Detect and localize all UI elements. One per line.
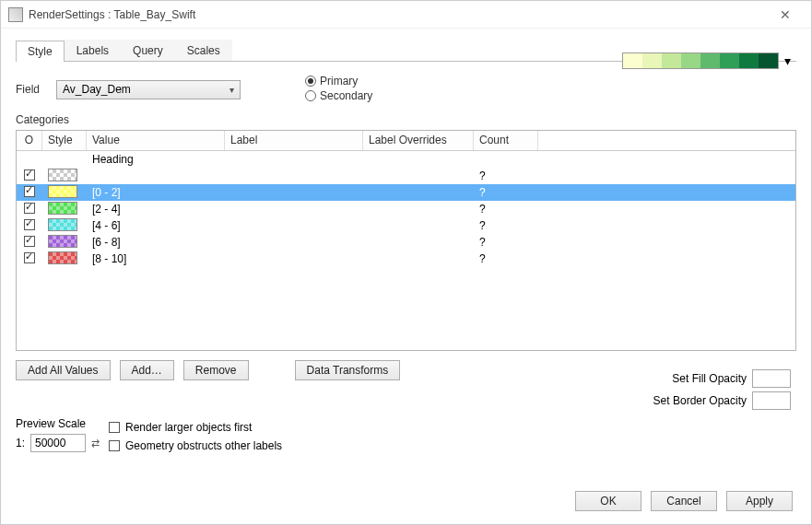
style-swatch[interactable]	[48, 169, 77, 181]
checkbox-icon	[109, 422, 120, 433]
col-value[interactable]: Value	[87, 131, 225, 150]
add-button[interactable]: Add…	[120, 360, 174, 380]
row-value: [8 - 10]	[87, 252, 225, 265]
row-value: [2 - 4]	[87, 203, 225, 216]
data-transforms-button[interactable]: Data Transforms	[295, 360, 401, 380]
secondary-radio[interactable]: Secondary	[305, 89, 372, 102]
app-icon	[8, 7, 23, 22]
row-value: [6 - 8]	[87, 236, 225, 249]
color-ramp-row: ▾	[622, 52, 791, 69]
checkbox-icon	[109, 440, 120, 451]
field-row: Field Av_Day_Dem ▾ Primary Secondary	[16, 75, 796, 104]
preview-scale-label: Preview Scale	[16, 417, 100, 430]
border-opacity-input[interactable]	[752, 391, 791, 410]
cancel-button[interactable]: Cancel	[651, 491, 717, 511]
tab-scales[interactable]: Scales	[175, 40, 232, 61]
row-count: ?	[474, 186, 538, 199]
window-title: RenderSettings : Table_Bay_Swift	[29, 8, 767, 21]
style-swatch[interactable]	[48, 218, 77, 231]
style-swatch[interactable]	[48, 251, 77, 264]
legend-type-radios: Primary Secondary	[305, 75, 372, 104]
ok-button[interactable]: OK	[575, 491, 641, 511]
row-count: ?	[474, 219, 538, 232]
title-bar: RenderSettings : Table_Bay_Swift ✕	[1, 1, 811, 29]
row-count: ?	[474, 236, 538, 249]
col-overrides[interactable]: Label Overrides	[363, 131, 474, 150]
tab-query[interactable]: Query	[121, 40, 175, 61]
ramp-menu-button[interactable]: ▾	[784, 53, 791, 68]
col-count[interactable]: Count	[474, 131, 538, 150]
row-count: ?	[474, 203, 538, 216]
row-visible-checkbox[interactable]	[24, 203, 35, 214]
row-count: ?	[474, 169, 538, 182]
table-row[interactable]: [6 - 8]?	[17, 234, 795, 251]
row-visible-checkbox[interactable]	[24, 219, 35, 230]
row-visible-checkbox[interactable]	[24, 252, 35, 263]
render-settings-dialog: RenderSettings : Table_Bay_Swift ✕ Style…	[0, 0, 812, 525]
field-select[interactable]: Av_Day_Dem ▾	[56, 80, 241, 99]
table-row[interactable]: [0 - 2]?	[17, 184, 795, 201]
row-value: [4 - 6]	[87, 219, 225, 232]
categories-grid: O Style Value Label Label Overrides Coun…	[16, 130, 796, 351]
style-swatch[interactable]	[48, 202, 77, 215]
render-larger-first-checkbox[interactable]: Render larger objects first	[109, 421, 282, 434]
col-style[interactable]: Style	[42, 131, 87, 150]
tab-style[interactable]: Style	[16, 41, 65, 62]
close-button[interactable]: ✕	[767, 7, 804, 22]
primary-radio[interactable]: Primary	[305, 75, 372, 88]
col-o[interactable]: O	[17, 131, 42, 150]
preview-row: Preview Scale 1: ⇄ Render larger objects…	[16, 417, 796, 452]
table-row[interactable]: ?	[17, 168, 795, 184]
categories-label: Categories	[16, 113, 796, 126]
table-row[interactable]: [2 - 4]?	[17, 201, 795, 217]
row-value: [0 - 2]	[87, 186, 225, 199]
scale-sync-icon[interactable]: ⇄	[91, 438, 100, 449]
field-label: Field	[16, 83, 56, 96]
row-visible-checkbox[interactable]	[24, 236, 35, 247]
grid-body: Heading ?[0 - 2]?[2 - 4]?[4 - 6]?[6 - 8]…	[17, 151, 795, 267]
col-label[interactable]: Label	[225, 131, 363, 150]
add-all-values-button[interactable]: Add All Values	[16, 360, 111, 380]
tab-labels[interactable]: Labels	[65, 40, 121, 61]
grid-header: O Style Value Label Label Overrides Coun…	[17, 131, 795, 151]
table-row[interactable]: [8 - 10]?	[17, 251, 795, 267]
field-select-value: Av_Day_Dem	[63, 83, 131, 96]
opacity-block: Set Fill Opacity Set Border Opacity	[653, 369, 791, 414]
preview-scale-prefix: 1:	[16, 437, 25, 449]
border-opacity-label: Set Border Opacity	[653, 394, 747, 407]
row-visible-checkbox[interactable]	[24, 169, 35, 181]
apply-button[interactable]: Apply	[726, 491, 793, 511]
radio-icon	[305, 90, 316, 101]
dialog-footer: OK Cancel Apply	[575, 491, 793, 511]
style-swatch[interactable]	[48, 185, 77, 198]
table-row[interactable]: [4 - 6]?	[17, 217, 795, 234]
group-heading-row[interactable]: Heading	[17, 151, 795, 168]
remove-button[interactable]: Remove	[183, 360, 249, 380]
radio-icon	[305, 76, 316, 87]
row-visible-checkbox[interactable]	[24, 186, 35, 197]
geometry-obstructs-checkbox[interactable]: Geometry obstructs other labels	[109, 439, 282, 452]
style-swatch[interactable]	[48, 235, 77, 248]
chevron-down-icon: ▾	[229, 85, 234, 95]
color-ramp[interactable]	[622, 52, 779, 69]
fill-opacity-label: Set Fill Opacity	[672, 372, 747, 385]
preview-scale-input[interactable]	[30, 434, 86, 452]
row-count: ?	[474, 252, 538, 265]
fill-opacity-input[interactable]	[752, 369, 791, 388]
dialog-content: StyleLabelsQueryScales Field Av_Day_Dem …	[1, 29, 811, 463]
